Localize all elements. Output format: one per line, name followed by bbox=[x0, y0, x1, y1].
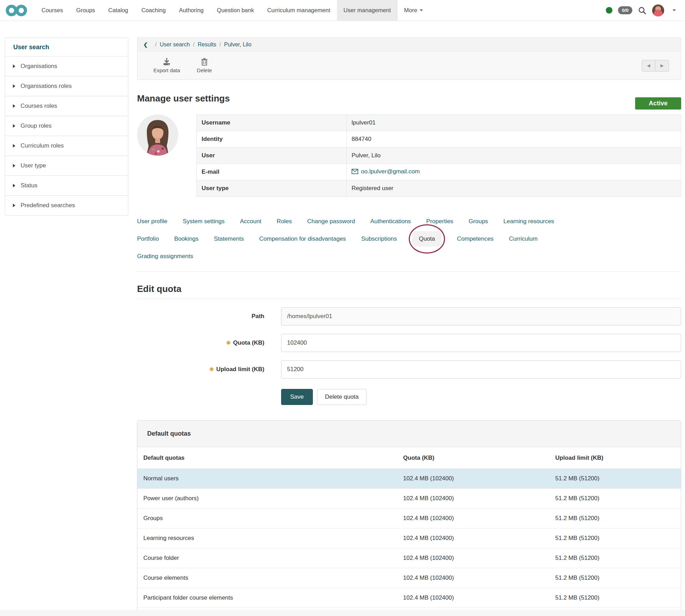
path-form-row: Path bbox=[137, 307, 681, 325]
nav-coaching[interactable]: Coaching bbox=[135, 0, 172, 21]
breadcrumb-separator: / bbox=[155, 42, 157, 48]
tab-bookings[interactable]: Bookings bbox=[174, 235, 198, 242]
tab-properties[interactable]: Properties bbox=[426, 218, 453, 225]
tab-user-profile[interactable]: User profile bbox=[137, 218, 167, 225]
tab-competences[interactable]: Competences bbox=[457, 235, 494, 242]
search-icon[interactable] bbox=[638, 6, 646, 15]
identity-value: 884740 bbox=[347, 131, 681, 148]
nav-catalog[interactable]: Catalog bbox=[102, 0, 135, 21]
sidebar-item-status[interactable]: Status bbox=[5, 175, 128, 196]
nav-curriculum-management[interactable]: Curriculum management bbox=[261, 0, 337, 21]
sidebar-user-search-title[interactable]: User search bbox=[5, 38, 128, 57]
default-quotas-header-row: Default quotas Quota (KB) Upload limit (… bbox=[137, 447, 681, 469]
back-chevron-icon[interactable]: ❮ bbox=[143, 42, 148, 48]
sidebar-item-organisations-roles[interactable]: Organisations roles bbox=[5, 76, 128, 96]
quota-label: ✱Quota (KB) bbox=[137, 339, 264, 346]
edit-quota-title: Edit quota bbox=[137, 284, 681, 294]
previous-user-button[interactable]: ◀ bbox=[642, 60, 655, 72]
table-row-email: E-mail oo.lpulver@gmail.com bbox=[197, 164, 681, 180]
tab-curriculum[interactable]: Curriculum bbox=[509, 235, 537, 242]
tab-learning-resources[interactable]: Learning resources bbox=[503, 218, 554, 225]
row-quota: 102.4 MB (102400) bbox=[398, 548, 550, 568]
nav-question-bank[interactable]: Question bank bbox=[210, 0, 261, 21]
row-name: Learning resources bbox=[137, 528, 398, 548]
row-upload: 51.2 MB (51200) bbox=[550, 588, 681, 608]
user-avatar[interactable] bbox=[652, 4, 664, 17]
quota-input[interactable] bbox=[281, 334, 681, 352]
section-divider bbox=[137, 299, 681, 299]
manage-user-header: Manage user settings Active bbox=[137, 93, 681, 110]
tab-row-2: Portfolio Bookings Statements Compensati… bbox=[137, 230, 681, 248]
page-bottom-strip bbox=[0, 610, 685, 616]
trash-icon bbox=[201, 58, 208, 66]
row-name: Power user (authors) bbox=[137, 489, 398, 509]
envelope-icon bbox=[352, 169, 358, 174]
row-quota: 102.4 MB (102400) bbox=[398, 509, 550, 528]
tab-roles[interactable]: Roles bbox=[277, 218, 292, 225]
delete-quota-button[interactable]: Delete quota bbox=[317, 389, 367, 405]
user-menu-caret-icon[interactable] bbox=[672, 9, 676, 11]
table-row-power-user: Power user (authors) 102.4 MB (102400) 5… bbox=[137, 489, 681, 509]
upload-limit-input[interactable] bbox=[281, 360, 681, 378]
export-data-button[interactable]: Export data bbox=[148, 58, 186, 73]
sidebar-item-user-type[interactable]: User type bbox=[5, 156, 128, 176]
export-data-label: Export data bbox=[153, 67, 180, 73]
table-row-participant-folder: Participant folder course elements 102.4… bbox=[137, 588, 681, 608]
username-label: Username bbox=[197, 115, 347, 131]
quota-label-text: Quota (KB) bbox=[233, 339, 264, 346]
sidebar-title-label: User search bbox=[13, 44, 49, 51]
tab-authentications[interactable]: Authentications bbox=[370, 218, 411, 225]
row-upload: 51.2 MB (51200) bbox=[550, 528, 681, 548]
sidebar-item-organisations[interactable]: Organisations bbox=[5, 56, 128, 76]
caret-right-icon bbox=[13, 204, 15, 207]
nav-groups[interactable]: Groups bbox=[69, 0, 101, 21]
row-name: Course elements bbox=[137, 568, 398, 588]
sidebar-item-courses-roles[interactable]: Courses roles bbox=[5, 96, 128, 116]
tab-quota-active[interactable]: Quota bbox=[412, 231, 442, 247]
tab-account[interactable]: Account bbox=[240, 218, 261, 225]
save-button[interactable]: Save bbox=[281, 389, 313, 405]
delete-user-button[interactable]: Delete bbox=[186, 58, 223, 73]
row-upload: 51.2 MB (51200) bbox=[550, 568, 681, 588]
nav-courses[interactable]: Courses bbox=[35, 0, 69, 21]
sidebar-item-label: User type bbox=[21, 162, 46, 169]
table-row-groups: Groups 102.4 MB (102400) 51.2 MB (51200) bbox=[137, 509, 681, 528]
tab-portfolio[interactable]: Portfolio bbox=[137, 235, 159, 242]
path-label: Path bbox=[137, 313, 264, 320]
user-type-label: User type bbox=[197, 180, 347, 197]
tab-system-settings[interactable]: System settings bbox=[183, 218, 225, 225]
nav-user-management[interactable]: User management bbox=[337, 0, 398, 21]
path-input[interactable] bbox=[281, 307, 681, 325]
row-quota: 102.4 MB (102400) bbox=[398, 588, 550, 608]
nav-authoring[interactable]: Authoring bbox=[172, 0, 210, 21]
default-quotas-table: Default quotas Quota (KB) Upload limit (… bbox=[137, 447, 681, 616]
row-upload: 51.2 MB (51200) bbox=[550, 548, 681, 568]
openolat-logo-icon[interactable] bbox=[0, 0, 35, 21]
email-link[interactable]: oo.lpulver@gmail.com bbox=[352, 168, 420, 175]
sidebar-item-group-roles[interactable]: Group roles bbox=[5, 116, 128, 136]
tab-subscriptions[interactable]: Subscriptions bbox=[361, 235, 397, 242]
sidebar-item-curriculum-roles[interactable]: Curriculum roles bbox=[5, 136, 128, 156]
breadcrumb-results[interactable]: Results bbox=[198, 42, 216, 48]
table-row-identity: Identity 884740 bbox=[197, 131, 681, 148]
nav-more[interactable]: More bbox=[398, 0, 430, 21]
caret-right-icon bbox=[13, 104, 15, 108]
tab-groups[interactable]: Groups bbox=[469, 218, 488, 225]
next-user-button[interactable]: ▶ bbox=[655, 60, 669, 72]
table-row-user: User Pulver, Lilo bbox=[197, 148, 681, 164]
tab-grading-assignments[interactable]: Grading assignments bbox=[137, 253, 193, 260]
column-default-quotas: Default quotas bbox=[137, 447, 398, 469]
tab-statements[interactable]: Statements bbox=[214, 235, 244, 242]
user-details-block: Username lpulver01 Identity 884740 User … bbox=[137, 114, 681, 197]
tab-change-password[interactable]: Change password bbox=[307, 218, 355, 225]
tab-compensation[interactable]: Compensation for disadvantages bbox=[259, 235, 346, 242]
breadcrumb-separator: / bbox=[193, 42, 194, 48]
topnav-right-controls: 0/0 bbox=[606, 0, 685, 21]
breadcrumb-user-search[interactable]: User search bbox=[160, 42, 190, 48]
user-settings-tabs: User profile System settings Account Rol… bbox=[137, 213, 681, 272]
upload-limit-label-text: Upload limit (KB) bbox=[216, 366, 264, 373]
sidebar-item-predefined-searches[interactable]: Predefined searches bbox=[5, 195, 128, 216]
nav-more-label: More bbox=[404, 7, 417, 14]
assessment-counter-badge[interactable]: 0/0 bbox=[618, 6, 632, 14]
sidebar-item-label: Predefined searches bbox=[21, 202, 75, 209]
